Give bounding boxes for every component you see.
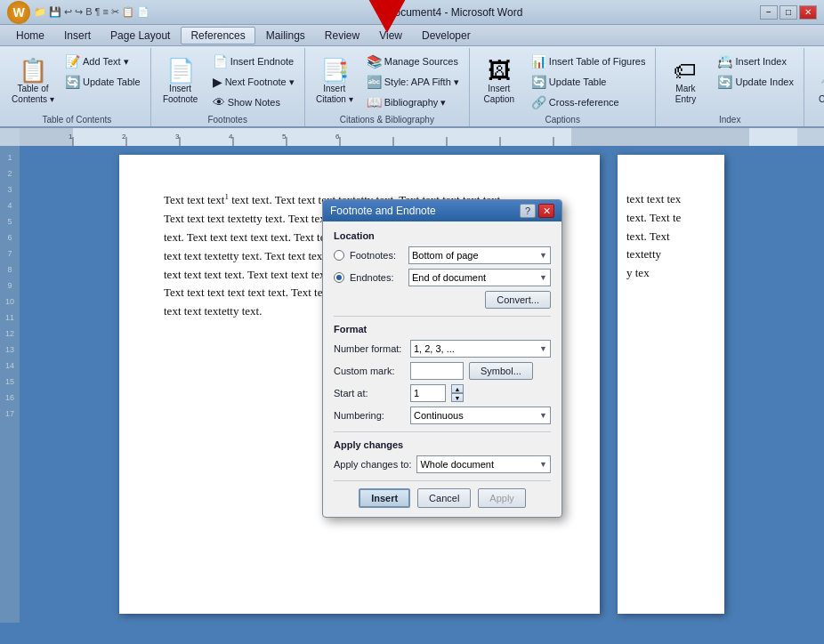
restore-button[interactable]: □ — [780, 5, 797, 20]
line-num-8: 8 — [7, 262, 12, 278]
line-num-4: 4 — [7, 197, 12, 213]
custom-mark-input[interactable] — [410, 362, 464, 380]
bibliography-button[interactable]: 📖 Bibliography ▾ — [362, 93, 464, 112]
dialog-title-bar: Footnote and Endnote ? ✕ — [323, 200, 561, 221]
manage-sources-icon: 📚 — [367, 54, 382, 68]
index-group-label: Index — [661, 115, 797, 125]
footnotes-select-arrow: ▼ — [539, 251, 547, 260]
start-at-input[interactable] — [410, 384, 446, 402]
start-at-decrement[interactable]: ▼ — [451, 393, 464, 402]
endnotes-radio[interactable] — [334, 272, 344, 283]
ribbon-group-index: 🏷 MarkEntry 📇 Insert Index 🔄 Update Inde… — [656, 48, 804, 126]
footnotes-radio-label: Footnotes: — [350, 250, 403, 261]
window-controls: − □ ✕ — [760, 5, 817, 20]
title-bar: W 📁 💾 ↩ ↪ B ¶ ≡ ✂ 📋 📄 Document4 - Micros… — [0, 0, 824, 25]
insert-button[interactable]: Insert — [359, 488, 410, 508]
line-num-17: 17 — [5, 406, 14, 422]
insert-table-figures-button[interactable]: 📊 Insert Table of Figures — [527, 52, 650, 71]
update-index-button[interactable]: 🔄 Update Index — [713, 72, 797, 92]
menu-mailings[interactable]: Mailings — [257, 28, 314, 44]
numbering-value: Continuous — [414, 410, 464, 421]
endnotes-radio-label: Endnotes: — [350, 272, 403, 283]
footnote-endnote-dialog: Footnote and Endnote ? ✕ Location Footno… — [322, 199, 562, 518]
menu-view[interactable]: View — [370, 28, 411, 44]
table-of-contents-button[interactable]: 📋 Table ofContents ▾ — [9, 52, 57, 110]
dialog-body: Location Footnotes: Bottom of page ▼ End… — [323, 221, 561, 517]
custom-mark-label: Custom mark: — [334, 366, 405, 376]
show-notes-button[interactable]: 👁 Show Notes — [208, 93, 299, 112]
menu-insert[interactable]: Insert — [55, 28, 100, 44]
apply-to-arrow: ▼ — [539, 460, 547, 469]
numbering-row: Numbering: Continuous ▼ — [334, 407, 551, 424]
menu-developer[interactable]: Developer — [413, 28, 480, 44]
footnotes-group-label: Footnotes — [157, 115, 299, 125]
svg-text:2: 2 — [122, 133, 126, 141]
ribbon-group-citations: 📑 InsertCitation ▾ 📚 Manage Sources 🔤 St… — [305, 48, 470, 126]
endnotes-location-value: End of document — [412, 272, 486, 283]
dialog-close-button[interactable]: ✕ — [538, 204, 554, 218]
numbering-select[interactable]: Continuous ▼ — [410, 407, 551, 424]
menu-page-layout[interactable]: Page Layout — [101, 28, 179, 44]
mark-citation-button[interactable]: 📌 MarkCitation — [810, 52, 824, 110]
svg-text:3: 3 — [175, 133, 180, 141]
start-at-row: Start at: ▲ ▼ — [334, 384, 551, 402]
citations-content: 📑 InsertCitation ▾ 📚 Manage Sources 🔤 St… — [311, 52, 464, 113]
insert-index-icon: 📇 — [717, 54, 732, 68]
start-at-increment[interactable]: ▲ — [451, 384, 464, 393]
dialog-help-button[interactable]: ? — [520, 204, 536, 218]
toc-content: 📋 Table ofContents ▾ 📝 Add Text ▾ 🔄 Upda… — [9, 52, 145, 113]
insert-caption-button[interactable]: 🖼 InsertCaption — [475, 52, 523, 110]
endnote-label: Insert Endnote — [230, 56, 295, 67]
number-format-value: 1, 2, 3, ... — [414, 343, 455, 354]
number-format-row: Number format: 1, 2, 3, ... ▼ — [334, 340, 551, 358]
update-table-captions-button[interactable]: 🔄 Update Table — [527, 72, 650, 92]
footnote-label: InsertFootnote — [163, 84, 198, 105]
cross-ref-icon: 🔗 — [531, 95, 546, 109]
insert-index-button[interactable]: 📇 Insert Index — [713, 52, 797, 71]
line-num-10: 10 — [5, 294, 14, 310]
dialog-controls: ? ✕ — [520, 204, 554, 218]
mark-entry-button[interactable]: 🏷 MarkEntry — [661, 52, 709, 110]
manage-sources-label: Manage Sources — [384, 56, 458, 67]
citations-group-label: Citations & Bibliography — [311, 115, 464, 125]
menu-review[interactable]: Review — [316, 28, 368, 44]
convert-button[interactable]: Convert... — [485, 291, 551, 309]
sidebar-left: 1 2 3 4 5 6 7 8 9 10 11 12 13 14 15 16 1… — [0, 146, 20, 623]
update-table-toc-button[interactable]: 🔄 Update Table — [61, 72, 145, 92]
close-button[interactable]: ✕ — [799, 5, 817, 20]
footnotes-location-select[interactable]: Bottom of page ▼ — [408, 246, 551, 264]
cross-ref-label: Cross-reference — [549, 97, 619, 108]
add-text-button[interactable]: 📝 Add Text ▾ — [61, 52, 145, 71]
footnote-icon: 📄 — [166, 59, 195, 82]
ruler-area: 1 2 3 4 5 6 — [0, 128, 824, 146]
format-section-label: Format — [334, 324, 551, 334]
document-page-right: text text textext. Text tetext. Texttext… — [618, 155, 724, 614]
ruler-svg: 1 2 3 4 5 6 — [20, 128, 797, 146]
office-button[interactable]: W — [7, 1, 30, 24]
footnotes-radio[interactable] — [334, 250, 344, 261]
insert-endnote-button[interactable]: 📄 Insert Endnote — [208, 52, 299, 71]
symbol-button[interactable]: Symbol... — [469, 362, 533, 380]
toc-group-label: Table of Contents — [9, 115, 145, 125]
ribbon-group-captions: 🖼 InsertCaption 📊 Insert Table of Figure… — [470, 48, 657, 126]
manage-sources-button[interactable]: 📚 Manage Sources — [362, 52, 464, 71]
insert-footnote-button[interactable]: 📄 InsertFootnote — [157, 52, 205, 110]
apply-button[interactable]: Apply — [478, 488, 526, 508]
menu-references[interactable]: References — [181, 27, 254, 44]
number-format-select[interactable]: 1, 2, 3, ... ▼ — [410, 340, 551, 358]
style-button[interactable]: 🔤 Style: APA Fifth ▾ — [362, 72, 464, 92]
insert-citation-button[interactable]: 📑 InsertCitation ▾ — [311, 52, 359, 110]
convert-btn-row: Convert... — [334, 291, 551, 309]
index-content: 🏷 MarkEntry 📇 Insert Index 🔄 Update Inde… — [661, 52, 797, 113]
endnotes-location-select[interactable]: End of document ▼ — [408, 269, 551, 286]
menu-home[interactable]: Home — [7, 28, 53, 44]
apply-to-select[interactable]: Whole document ▼ — [416, 455, 551, 473]
citations-small-col: 📚 Manage Sources 🔤 Style: APA Fifth ▾ 📖 … — [362, 52, 464, 112]
caption-label: InsertCaption — [484, 84, 514, 105]
minimize-button[interactable]: − — [760, 5, 778, 20]
next-footnote-button[interactable]: ▶ Next Footnote ▾ — [208, 72, 299, 92]
cancel-button[interactable]: Cancel — [417, 488, 471, 508]
title-bar-left: W 📁 💾 ↩ ↪ B ¶ ≡ ✂ 📋 📄 — [7, 1, 149, 24]
cross-reference-button[interactable]: 🔗 Cross-reference — [527, 93, 650, 112]
style-icon: 🔤 — [367, 75, 382, 89]
